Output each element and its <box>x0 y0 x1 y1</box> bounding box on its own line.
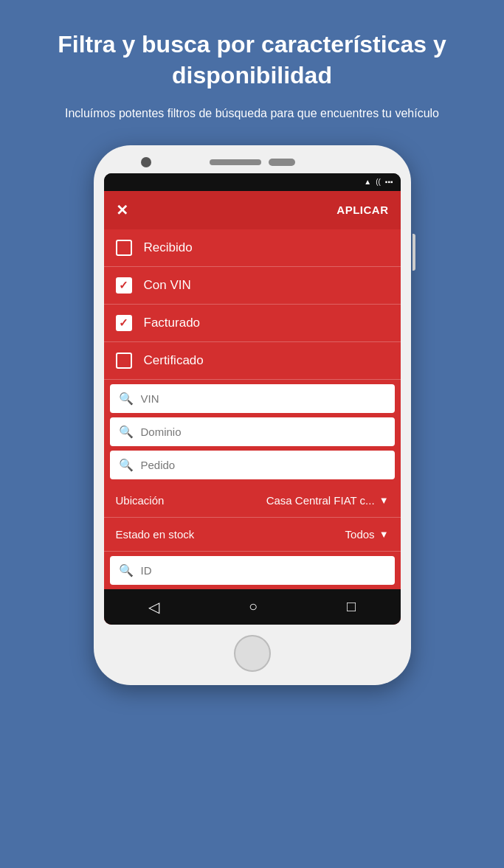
checkmark-icon: ✓ <box>119 317 128 328</box>
chevron-down-icon: ▼ <box>379 495 389 506</box>
checkbox-facturado-label: Facturado <box>144 316 201 330</box>
pedido-search-row: 🔍 <box>110 451 395 479</box>
ubicacion-dropdown[interactable]: Ubicación Casa Central FIAT c... ▼ <box>104 484 401 518</box>
checkbox-facturado[interactable]: ✓ Facturado <box>104 305 401 342</box>
page-subtitle: Incluímos potentes filtros de búsqueda p… <box>65 104 439 123</box>
vin-search-row: 🔍 <box>110 384 395 413</box>
checkbox-certificado-box <box>116 353 132 369</box>
app-screen: ✕ APLICAR Recibido ✓ Con VIN ✓ Factur <box>104 191 401 625</box>
estado-stock-dropdown[interactable]: Estado en stock Todos ▼ <box>104 518 401 552</box>
ubicacion-label: Ubicación <box>116 494 165 507</box>
recent-nav-button[interactable]: □ <box>347 598 356 615</box>
phone-top-bar <box>104 159 401 166</box>
checkbox-facturado-box: ✓ <box>116 315 132 331</box>
phone-speaker <box>210 159 261 165</box>
page-title: Filtra y busca por características y dis… <box>15 29 489 91</box>
apply-button[interactable]: APLICAR <box>336 204 388 216</box>
ubicacion-value: Casa Central FIAT c... <box>266 494 375 507</box>
checkbox-certificado-label: Certificado <box>144 353 204 368</box>
search-icon: 🔍 <box>119 392 134 406</box>
signal-icon: ▲ <box>364 178 371 186</box>
pedido-input[interactable] <box>141 459 386 471</box>
dominio-input[interactable] <box>141 426 386 438</box>
search-icon: 🔍 <box>119 458 134 472</box>
checkbox-recibido[interactable]: Recibido <box>104 229 401 267</box>
search-icon: 🔍 <box>119 563 134 577</box>
checkbox-recibido-box <box>116 240 132 256</box>
checkbox-con-vin-label: Con VIN <box>144 278 191 293</box>
id-input[interactable] <box>141 564 386 577</box>
home-button[interactable] <box>234 635 271 672</box>
checkmark-icon: ✓ <box>119 280 128 291</box>
phone-front-sensor <box>269 159 295 166</box>
dominio-search-row: 🔍 <box>110 417 395 446</box>
estado-stock-value: Todos <box>345 528 375 541</box>
side-button <box>412 234 415 271</box>
home-nav-button[interactable]: ○ <box>249 598 258 615</box>
battery-icon: ▪▪▪ <box>385 178 393 186</box>
phone-bottom-area <box>104 625 401 675</box>
checkbox-con-vin-box: ✓ <box>116 277 132 294</box>
checkbox-certificado[interactable]: Certificado <box>104 342 401 380</box>
close-button[interactable]: ✕ <box>116 201 128 219</box>
search-icon: 🔍 <box>119 425 134 439</box>
phone-mockup: ▲ (( ▪▪▪ ✕ APLICAR Recibido ✓ Con VIN <box>94 145 411 685</box>
estado-stock-value-group: Todos ▼ <box>345 528 389 541</box>
app-topbar: ✕ APLICAR <box>104 191 401 229</box>
chevron-down-icon: ▼ <box>379 529 389 540</box>
checkbox-con-vin[interactable]: ✓ Con VIN <box>104 267 401 305</box>
checkbox-recibido-label: Recibido <box>144 240 193 255</box>
estado-stock-label: Estado en stock <box>116 528 195 541</box>
ubicacion-value-group: Casa Central FIAT c... ▼ <box>266 494 389 507</box>
back-nav-button[interactable]: ◁ <box>148 598 159 616</box>
phone-camera <box>141 157 151 167</box>
phone-screen: ▲ (( ▪▪▪ ✕ APLICAR Recibido ✓ Con VIN <box>104 173 401 625</box>
status-bar: ▲ (( ▪▪▪ <box>104 173 401 191</box>
vin-input[interactable] <box>141 392 386 405</box>
wifi-icon: (( <box>376 178 381 186</box>
id-search-row: 🔍 <box>110 556 395 585</box>
bottom-navigation: ◁ ○ □ <box>104 589 401 625</box>
